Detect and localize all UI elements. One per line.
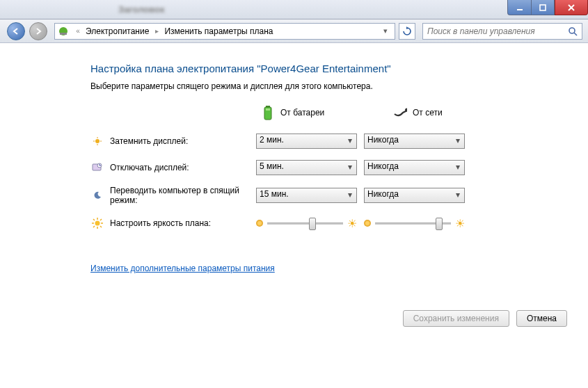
dim-ac-combo[interactable]: Никогда [364, 134, 465, 149]
search-input[interactable] [427, 26, 568, 36]
window-title: Заголовок [118, 4, 165, 15]
brightness-label: Настроить яркость плана: [110, 218, 256, 228]
display-ac-combo[interactable]: Никогда [364, 160, 465, 175]
column-header-ac: От сети [393, 104, 494, 122]
svg-point-14 [95, 139, 100, 143]
svg-point-6 [569, 28, 575, 33]
svg-rect-0 [517, 9, 523, 10]
brightness-battery-slider[interactable]: ☀ [256, 217, 357, 230]
page-title: Настройка плана электропитания "Power4Ge… [90, 63, 581, 74]
svg-line-28 [93, 219, 95, 220]
brightness-high-icon: ☀ [347, 217, 357, 230]
svg-rect-1 [540, 5, 546, 10]
chevron-right-icon: ▸ [152, 27, 161, 35]
sleep-icon [90, 191, 104, 200]
plug-icon [393, 104, 407, 122]
refresh-button[interactable] [399, 23, 415, 40]
brightness-icon [90, 218, 104, 229]
close-button[interactable] [555, 0, 588, 15]
dim-icon [90, 136, 104, 146]
minimize-button[interactable] [507, 0, 531, 15]
breadcrumb-prefix: « [73, 27, 83, 35]
svg-line-29 [100, 226, 102, 227]
breadcrumb-dropdown-icon[interactable]: ▾ [379, 26, 392, 35]
sleep-label: Переводить компьютер в спящий режим: [110, 186, 256, 205]
brightness-low-icon [256, 220, 263, 227]
brightness-high-icon: ☀ [455, 217, 465, 230]
breadcrumb-page[interactable]: Изменить параметры плана [161, 26, 276, 36]
svg-rect-5 [60, 33, 67, 35]
display-label: Отключать дисплей: [110, 163, 256, 172]
maximize-button[interactable] [531, 0, 555, 15]
control-panel-icon [58, 26, 69, 37]
breadcrumb[interactable]: « Электропитание ▸ Изменить параметры пл… [54, 23, 395, 40]
back-button[interactable] [7, 22, 25, 40]
svg-rect-10 [266, 108, 270, 111]
dim-label: Затемнить дисплей: [110, 136, 256, 146]
brightness-ac-slider[interactable]: ☀ [364, 217, 465, 230]
display-battery-combo[interactable]: 5 мин. [256, 160, 357, 175]
sleep-ac-combo[interactable]: Никогда [364, 188, 465, 203]
search-icon[interactable] [568, 26, 578, 36]
column-header-battery: От батареи [261, 104, 362, 122]
content-area: Настройка плана электропитания "Power4Ge… [0, 43, 588, 388]
display-off-icon [90, 163, 104, 172]
page-subtitle: Выберите параметры спящего режима и дисп… [90, 81, 581, 91]
forward-button[interactable] [29, 22, 47, 40]
svg-point-23 [95, 221, 100, 226]
search-box[interactable] [422, 23, 582, 40]
svg-line-30 [93, 226, 95, 227]
sleep-battery-combo[interactable]: 15 мин. [256, 188, 357, 203]
svg-line-31 [100, 219, 102, 220]
dim-battery-combo[interactable]: 2 мин. [256, 134, 357, 149]
svg-line-7 [574, 33, 577, 35]
battery-icon [261, 104, 275, 122]
brightness-low-icon [364, 220, 371, 227]
title-bar: Заголовок [0, 0, 588, 19]
save-button[interactable]: Сохранить изменения [403, 310, 509, 327]
breadcrumb-section[interactable]: Электропитание [83, 26, 152, 36]
address-bar: « Электропитание ▸ Изменить параметры пл… [0, 19, 588, 43]
advanced-settings-link[interactable]: Изменить дополнительные параметры питани… [90, 264, 275, 273]
cancel-button[interactable]: Отмена [516, 310, 567, 327]
